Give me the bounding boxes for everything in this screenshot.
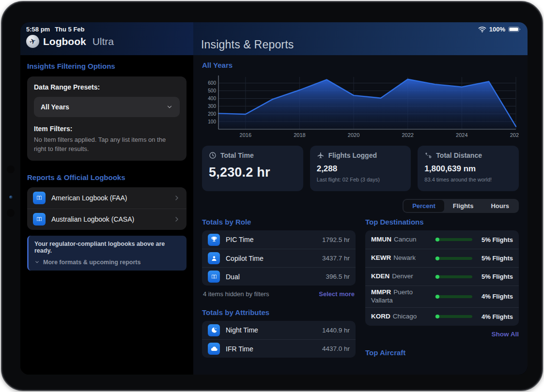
- stat-subtext: 83.4 times around the world!: [424, 177, 512, 182]
- hidden-items-note: 4 items hidden by filters: [203, 290, 269, 298]
- svg-text:300: 300: [208, 104, 216, 109]
- destination-value: 5% Flights: [477, 236, 513, 243]
- role-label: Dual: [226, 273, 320, 281]
- role-card-footer: 4 items hidden by filters Select more: [202, 290, 356, 298]
- segment-hours[interactable]: Hours: [482, 200, 518, 212]
- attribute-row-night[interactable]: Night Time 1440.9 hr: [202, 321, 356, 339]
- yearly-chart: 1002003004005006002016201820202022202420…: [202, 72, 519, 141]
- person-icon: [208, 252, 220, 264]
- role-label: Copilot Time: [226, 255, 316, 262]
- main-scroll-area[interactable]: All Years 100200300400500600201620182020…: [193, 55, 528, 375]
- left-column: Totals by Role PIC Time 1792.5 hr: [202, 218, 356, 358]
- cloud-icon: [208, 343, 220, 355]
- destination-row[interactable]: MMPRPuerto Vallarta 4% Flights: [365, 286, 519, 307]
- destination-value: 5% Flights: [477, 255, 513, 262]
- stat-flights-logged[interactable]: Flights Logged 2,288 Last flight: 02 Feb…: [310, 146, 411, 191]
- trophy-icon: [208, 234, 220, 246]
- stat-total-distance[interactable]: Total Distance 1,800,639 nm 83.4 times a…: [418, 146, 519, 191]
- status-date: Thu 5 Feb: [55, 26, 84, 33]
- clock-icon: [209, 151, 217, 159]
- app-logo-icon: ✈: [26, 35, 39, 48]
- period-heading: All Years: [202, 61, 519, 69]
- logbook-item-casa[interactable]: Australian Logbook (CASA): [27, 209, 187, 230]
- svg-text:400: 400: [208, 96, 216, 101]
- role-row-pic[interactable]: PIC Time 1792.5 hr: [202, 230, 356, 249]
- destination-row[interactable]: KORDChicago 4% Flights: [365, 307, 519, 326]
- stat-value: 1,800,639 nm: [424, 164, 512, 174]
- logbook-label: Australian Logbook (CASA): [51, 215, 167, 223]
- role-label: PIC Time: [226, 236, 316, 243]
- stat-value: 2,288: [317, 164, 404, 174]
- main-panel: Insights & Reports 100% A: [193, 22, 528, 375]
- top-destinations-card: MMUNCancun 5% Flights KEWRNewark 5% Flig…: [365, 230, 519, 326]
- svg-text:2024: 2024: [456, 132, 467, 138]
- totals-by-attributes-card: Night Time 1440.9 hr IFR Time 4437.0 hr: [202, 321, 356, 358]
- attribute-row-ifr[interactable]: IFR Time 4437.0 hr: [202, 339, 356, 358]
- sidebar-header: 5:58 pm Thu 5 Feb ✈ Logbook Ultra: [20, 22, 193, 55]
- status-time: 5:58 pm: [26, 26, 50, 33]
- role-row-dual[interactable]: Dual 396.5 hr: [202, 267, 356, 286]
- app-name-light: Ultra: [93, 36, 114, 47]
- stats-row: Total Time 5,230.2 hr Flights Logged 2,2…: [202, 146, 519, 191]
- ipad-device-frame: 5:58 pm Thu 5 Feb ✈ Logbook Ultra Insigh…: [1, 1, 543, 391]
- sidebar: 5:58 pm Thu 5 Feb ✈ Logbook Ultra Insigh…: [20, 22, 193, 375]
- route-icon: [424, 151, 432, 159]
- stat-label: Total Distance: [436, 151, 482, 159]
- destination-row[interactable]: KDENDenver 5% Flights: [365, 267, 519, 286]
- logbook-item-faa[interactable]: American Logbook (FAA): [27, 187, 187, 209]
- svg-text:2020: 2020: [348, 132, 359, 138]
- data-range-dropdown[interactable]: All Years: [34, 97, 180, 117]
- destination-bar: [435, 295, 472, 298]
- stat-subtext: Last flight: 02 Feb (3 days): [317, 177, 404, 182]
- svg-text:500: 500: [208, 88, 216, 93]
- role-row-copilot[interactable]: Copilot Time 3437.7 hr: [202, 249, 356, 267]
- svg-text:2026: 2026: [510, 132, 519, 138]
- status-right: 100%: [478, 26, 521, 33]
- item-filters-label: Item Filters:: [34, 125, 180, 133]
- destination-value: 4% Flights: [477, 313, 513, 320]
- attribute-value: 4437.0 hr: [322, 345, 350, 352]
- role-value: 396.5 hr: [326, 273, 350, 280]
- page-title: Insights & Reports: [201, 38, 294, 51]
- wifi-icon: [478, 26, 486, 32]
- svg-text:2018: 2018: [294, 132, 305, 138]
- yearly-flights-chart: 1002003004005006002016201820202022202420…: [202, 72, 519, 141]
- app-screen: 5:58 pm Thu 5 Feb ✈ Logbook Ultra Insigh…: [20, 22, 528, 375]
- top-destinations-heading: Top Destinations: [365, 218, 519, 226]
- logbook-icon: [33, 213, 46, 226]
- open-book-icon: [208, 271, 220, 283]
- sidebar-body: Insights Filtering Options Data Range Pr…: [20, 55, 193, 375]
- airport-city: Newark: [393, 254, 416, 261]
- totals-by-attributes-heading: Totals by Attributes: [202, 308, 356, 317]
- battery-percent: 100%: [489, 26, 505, 33]
- more-formats-toggle[interactable]: More formats & upcoming reports: [34, 259, 181, 266]
- attribute-label: IFR Time: [226, 345, 316, 353]
- role-value: 3437.7 hr: [322, 255, 350, 262]
- svg-text:100: 100: [208, 119, 216, 124]
- stat-label: Flights Logged: [328, 151, 377, 159]
- two-column-area: Totals by Role PIC Time 1792.5 hr: [202, 218, 519, 358]
- data-range-value: All Years: [41, 103, 69, 111]
- totals-by-role-card: PIC Time 1792.5 hr Copilot Time 3437.7 h…: [202, 230, 356, 286]
- battery-icon: [508, 26, 521, 32]
- top-aircraft-heading: Top Aircraft: [365, 348, 519, 357]
- stat-value: 5,230.2 hr: [209, 165, 296, 180]
- chevron-down-icon: [166, 104, 173, 110]
- segment-flights[interactable]: Flights: [444, 200, 482, 212]
- airport-city: Denver: [392, 272, 413, 280]
- segment-percent[interactable]: Percent: [404, 200, 444, 212]
- show-all-link[interactable]: Show All: [492, 331, 519, 338]
- select-more-link[interactable]: Select more: [319, 290, 355, 298]
- stat-total-time[interactable]: Total Time 5,230.2 hr: [202, 146, 303, 191]
- bezel-detail: [7, 166, 15, 173]
- logbook-label: American Logbook (FAA): [51, 194, 167, 202]
- note-more-label: More formats & upcoming reports: [43, 259, 140, 266]
- main-header: Insights & Reports 100%: [193, 22, 528, 55]
- destination-row[interactable]: KEWRNewark 5% Flights: [365, 249, 519, 267]
- destination-row[interactable]: MMUNCancun 5% Flights: [365, 230, 519, 249]
- destination-bar: [435, 238, 472, 241]
- attribute-label: Night Time: [226, 326, 316, 334]
- airport-code: MMPR: [371, 288, 391, 296]
- airport-city: Chicago: [393, 313, 417, 320]
- destination-bar: [435, 275, 472, 278]
